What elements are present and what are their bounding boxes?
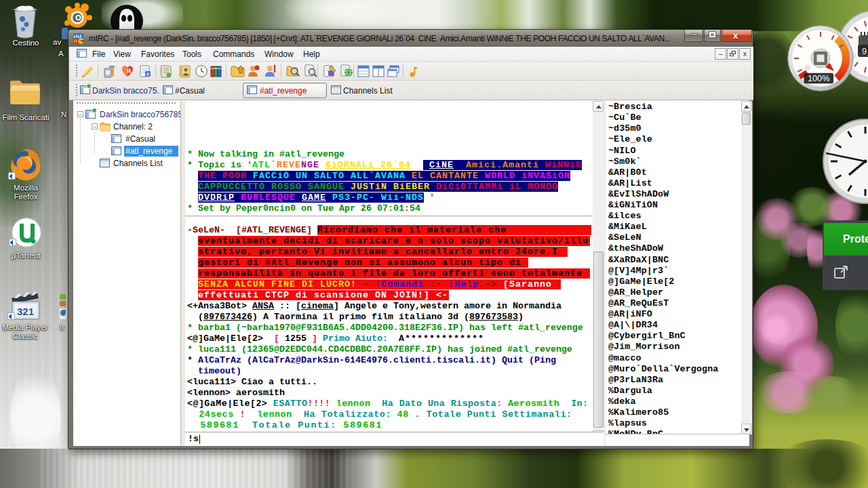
svg-text:100%: 100% bbox=[808, 73, 830, 83]
svg-text:#: # bbox=[146, 71, 150, 77]
svg-text:9: 9 bbox=[862, 46, 867, 56]
svg-text:321: 321 bbox=[17, 306, 34, 317]
